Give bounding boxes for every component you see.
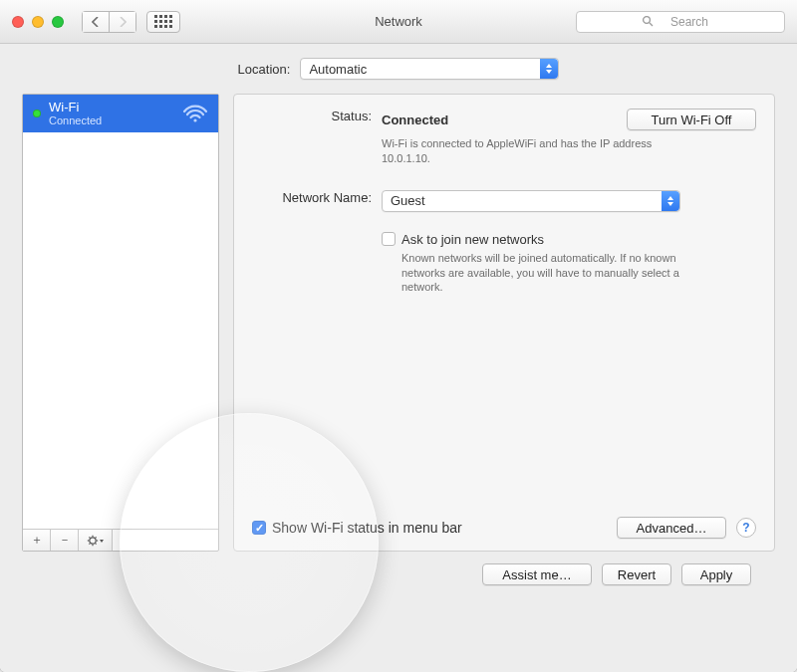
show-all-prefs-button[interactable] — [146, 11, 180, 33]
help-button[interactable]: ? — [736, 518, 756, 538]
sidebar-toolbar: ＋ － — [23, 529, 218, 551]
status-dot-connected-icon — [33, 110, 41, 117]
wifi-icon — [182, 103, 208, 125]
ask-label: Ask to join new networks — [401, 232, 544, 247]
ask-checkbox-wrap[interactable]: Ask to join new networks — [382, 232, 544, 247]
select-arrows-icon — [540, 59, 558, 79]
remove-service-button[interactable]: － — [51, 530, 79, 551]
ask-checkbox[interactable] — [382, 232, 396, 246]
window-controls — [12, 16, 64, 28]
services-list — [23, 132, 218, 529]
details-panel: Status: Connected Turn Wi-Fi Off Wi-Fi i… — [233, 94, 775, 552]
show-status-checkbox-wrap[interactable]: Show Wi-Fi status in menu bar — [252, 520, 462, 536]
revert-button[interactable]: Revert — [602, 563, 671, 585]
status-detail-row: Wi-Fi is connected to AppleWiFi and has … — [252, 136, 756, 166]
assist-me-button[interactable]: Assist me… — [482, 563, 592, 585]
select-arrows-icon — [662, 191, 679, 211]
apps-grid-icon — [154, 15, 172, 28]
svg-line-8 — [89, 537, 90, 538]
content-area: Location: Automatic Wi-Fi Connected — [0, 44, 797, 601]
service-name: Wi-Fi — [49, 101, 102, 114]
ask-detail: Known networks will be joined automatica… — [401, 251, 700, 296]
status-value: Connected — [382, 112, 448, 127]
svg-line-11 — [89, 543, 90, 544]
service-wifi[interactable]: Wi-Fi Connected — [23, 95, 218, 132]
svg-line-9 — [95, 543, 96, 544]
apply-button[interactable]: Apply — [681, 563, 751, 585]
svg-line-10 — [95, 537, 96, 538]
network-name-row: Network Name: Guest — [252, 190, 756, 212]
network-name-label: Network Name: — [252, 190, 382, 212]
close-window-button[interactable] — [12, 16, 24, 28]
service-actions-button[interactable] — [79, 530, 113, 551]
location-value: Automatic — [309, 62, 367, 77]
ask-row: Ask to join new networks Known networks … — [252, 232, 756, 296]
svg-point-2 — [193, 118, 196, 121]
advanced-button[interactable]: Advanced… — [617, 517, 726, 539]
turn-wifi-off-button[interactable]: Turn Wi-Fi Off — [627, 109, 756, 130]
titlebar: Network — [0, 0, 797, 44]
forward-button[interactable] — [109, 11, 136, 33]
two-column-layout: Wi-Fi Connected ＋ － — [22, 94, 775, 552]
location-row: Location: Automatic — [22, 58, 775, 80]
footer-buttons: Assist me… Revert Apply — [22, 552, 775, 585]
status-detail: Wi-Fi is connected to AppleWiFi and has … — [382, 136, 680, 166]
zoom-window-button[interactable] — [52, 16, 64, 28]
show-status-checkbox[interactable] — [252, 521, 266, 535]
minimize-window-button[interactable] — [32, 16, 44, 28]
search-icon — [642, 15, 654, 30]
network-name-select[interactable]: Guest — [382, 190, 680, 212]
svg-point-3 — [89, 537, 95, 543]
location-label: Location: — [238, 62, 291, 77]
status-label: Status: — [252, 109, 382, 130]
search-input[interactable] — [576, 11, 785, 33]
svg-line-1 — [650, 23, 653, 26]
network-preferences-window: Network Location: Automatic Wi-Fi — [0, 0, 797, 672]
location-select[interactable]: Automatic — [300, 58, 559, 80]
panel-bottom: Show Wi-Fi status in menu bar Advanced… … — [252, 517, 756, 539]
network-name-value: Guest — [391, 193, 425, 208]
nav-back-forward — [82, 11, 136, 33]
search-field-wrap — [576, 11, 785, 33]
svg-point-0 — [644, 16, 651, 23]
services-sidebar: Wi-Fi Connected ＋ － — [22, 94, 219, 552]
back-button[interactable] — [82, 11, 110, 33]
show-status-label: Show Wi-Fi status in menu bar — [272, 520, 462, 536]
add-service-button[interactable]: ＋ — [23, 530, 51, 551]
service-state: Connected — [49, 114, 102, 126]
status-row: Status: Connected Turn Wi-Fi Off — [252, 109, 756, 130]
